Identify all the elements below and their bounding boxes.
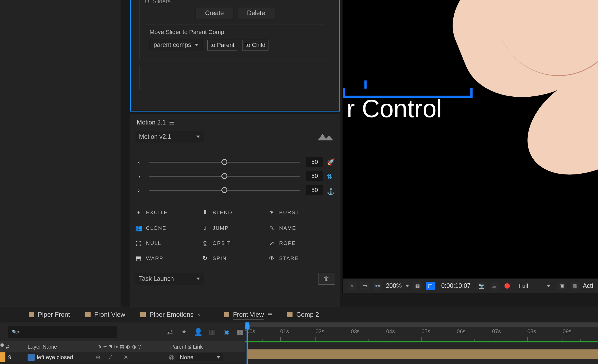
composition-viewport[interactable]: r Control ▫ ▭ 👓 200% ▦ ◫ 0:00:10:07 📷 ☁ … <box>343 0 598 293</box>
tab-piper-front[interactable]: Piper Front <box>29 311 70 318</box>
slider-thumb[interactable] <box>221 159 227 165</box>
ui-sliders-label: UI Sliders <box>145 0 325 5</box>
burst-icon: ✶ <box>268 209 275 216</box>
swap-icon[interactable]: ⇅ <box>327 173 335 181</box>
motion-version-value: Motion v2.1 <box>139 133 171 140</box>
pencil-icon: ✎ <box>268 225 275 232</box>
joystick-panel: UI Sliders Create Delete Move Slider to … <box>130 0 340 112</box>
motion-blur-icon[interactable]: ◉ <box>222 328 231 336</box>
tab-piper-emotions[interactable]: Piper Emotions <box>140 311 194 318</box>
warp-tool[interactable]: ⬒WARP <box>135 255 202 262</box>
to-parent-button[interactable]: to Parent <box>207 40 237 50</box>
mask-icon[interactable]: 👓 <box>373 282 382 290</box>
chevron-down-icon <box>196 136 200 138</box>
slider-3[interactable] <box>149 190 300 191</box>
slider-3-value[interactable]: 50 <box>306 185 323 195</box>
spin-tool[interactable]: ↻SPIN <box>202 255 268 262</box>
roi-icon[interactable]: ▣ <box>557 282 566 290</box>
layer-duration-bar[interactable] <box>247 349 598 359</box>
warp-icon: ⬒ <box>135 255 142 262</box>
slider-2[interactable] <box>149 176 300 177</box>
slider-1[interactable] <box>149 162 300 163</box>
rope-icon: ↗ <box>268 240 275 247</box>
burst-tool[interactable]: ✶BURST <box>268 208 335 217</box>
layer-type-icon <box>28 354 35 361</box>
blend-icon: ⬇ <box>202 209 209 216</box>
chevron-down-icon <box>196 278 200 280</box>
layer-name[interactable]: left eye closed <box>37 354 96 360</box>
magnify-icon[interactable]: ▫ <box>348 282 357 290</box>
null-icon: ⬚ <box>135 240 142 247</box>
layer-color-swatch[interactable] <box>0 352 5 362</box>
name-tool[interactable]: ✎NAME <box>268 225 335 232</box>
delete-button[interactable]: Delete <box>238 7 274 19</box>
blend-tool[interactable]: ⬇BLEND <box>202 208 268 217</box>
panel-divider[interactable] <box>340 0 343 293</box>
motion-version-dropdown[interactable]: Motion v2.1 <box>135 131 204 143</box>
tab-menu-icon[interactable] <box>268 313 272 316</box>
zoom-value[interactable]: 200% <box>386 282 402 289</box>
tab-front-view-active[interactable]: Front View <box>224 311 272 318</box>
active-camera-label[interactable]: Acti <box>583 282 593 289</box>
chevron-down-icon[interactable] <box>406 285 409 287</box>
rope-tool[interactable]: ↗ROPE <box>268 240 335 247</box>
slider-thumb[interactable] <box>221 187 227 193</box>
shy-icon[interactable]: 👤 <box>194 328 203 336</box>
close-tab-icon[interactable]: × <box>197 312 201 318</box>
excite-tool[interactable]: ＋EXCITE <box>135 208 202 217</box>
to-child-button[interactable]: to Child <box>242 40 268 50</box>
slider-thumb[interactable] <box>221 173 227 179</box>
graph-editor-icon[interactable]: ▦ <box>236 328 245 336</box>
stare-tool[interactable]: 👁STARE <box>268 255 335 262</box>
timecode[interactable]: 0:00:10:07 <box>441 282 471 289</box>
tick-label: 04s <box>386 328 395 335</box>
parent-dropdown[interactable]: None <box>177 353 223 361</box>
jump-icon: ⤵ <box>202 225 209 232</box>
tab-front-view[interactable]: Front View <box>85 311 125 318</box>
mountains-icon[interactable] <box>315 133 335 141</box>
pickwhip-icon[interactable]: @ <box>169 354 174 360</box>
task-launch-dropdown[interactable]: Task Launch <box>135 273 204 285</box>
create-button[interactable]: Create <box>196 7 233 19</box>
parent-comps-value: parent comps <box>154 41 191 49</box>
draft-3d-icon[interactable]: ✦ <box>180 328 189 336</box>
show-snapshot-icon[interactable]: ☁ <box>490 282 499 290</box>
timeline-area[interactable]: :00s 01s 02s 03s 04s 05s 06s 07s 08s 09s <box>245 322 598 364</box>
eye-icon: 👁 <box>268 255 275 262</box>
parent-comps-dropdown[interactable]: parent comps <box>150 39 202 51</box>
layer-row-9[interactable]: 9 left eye closed ⊕ ∕ ✕ @ None <box>0 352 245 362</box>
chevron-down-icon <box>547 285 550 287</box>
slider-1-value[interactable]: 50 <box>306 157 323 167</box>
tag-icon[interactable]: ◆ <box>0 341 3 352</box>
tab-comp-2[interactable]: Comp 2 <box>287 311 319 318</box>
work-area-bar[interactable] <box>245 322 598 327</box>
trash-button[interactable]: 🗑 <box>318 273 335 285</box>
playhead[interactable] <box>247 325 248 364</box>
layer-switches[interactable]: ⊕ ∕ ✕ <box>96 354 169 360</box>
clone-tool[interactable]: 👥CLONE <box>135 225 202 232</box>
time-ruler[interactable]: :00s 01s 02s 03s 04s 05s 06s 07s 08s 09s <box>245 327 598 341</box>
jump-tool[interactable]: ⤵JUMP <box>202 225 268 232</box>
transparency-grid-icon[interactable]: ▩ <box>570 282 579 290</box>
snapshot-icon[interactable]: 📷 <box>477 282 486 290</box>
anchor-icon[interactable]: ⚓ <box>327 188 335 196</box>
safe-zones-icon[interactable]: ▦ <box>413 282 422 290</box>
layer-search[interactable]: 🔍▾ <box>8 326 117 338</box>
screen-icon[interactable]: ▭ <box>360 282 369 290</box>
panel-menu-icon[interactable] <box>170 121 174 124</box>
timeline-tabs: Piper Front Front View Piper Emotions × … <box>0 307 598 322</box>
clone-icon: 👥 <box>135 225 142 232</box>
null-tool[interactable]: ⬚NULL <box>135 240 202 247</box>
tick-label: 09s <box>563 328 571 335</box>
channel-icon[interactable]: 🔴 <box>503 282 511 290</box>
slider-2-value[interactable]: 50 <box>306 171 323 181</box>
plus-icon: ＋ <box>135 208 142 217</box>
rocket-icon[interactable]: 🚀 <box>327 158 335 166</box>
comp-swatch <box>224 312 229 317</box>
resolution-dropdown[interactable]: Full <box>515 281 554 291</box>
mask-visibility-icon[interactable]: ◫ <box>426 282 435 290</box>
frame-blend-icon[interactable]: ▥ <box>208 328 217 336</box>
comp-mini-flowchart-icon[interactable]: ⇄ <box>165 328 175 336</box>
orbit-tool[interactable]: ◎ORBIT <box>202 240 268 247</box>
switches-header: ⊕ ☀ ◥ fx ▤ ◐ ◑ ⬡ <box>95 344 168 350</box>
